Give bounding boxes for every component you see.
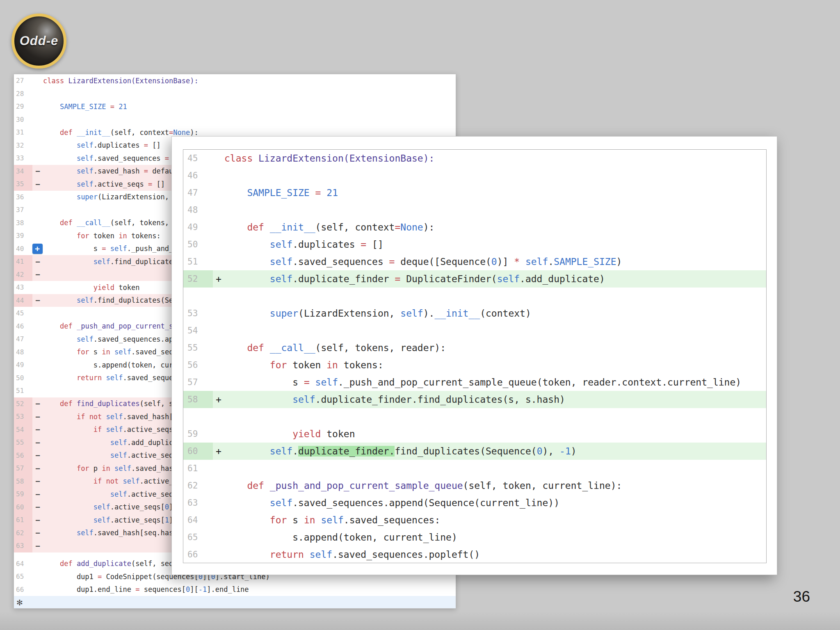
line-number: 35 bbox=[14, 178, 32, 191]
line-number: 54 bbox=[183, 322, 213, 339]
code-line: 55 def __call__(self, tokens, reader): bbox=[183, 339, 766, 356]
code-text: class LizardExtension(ExtensionBase): bbox=[224, 153, 766, 164]
code-line: 66 dup1.end_line = sequences[0][-1].end_… bbox=[14, 583, 456, 596]
line-number: 50 bbox=[14, 372, 32, 385]
code-text: return self.saved_sequences.popleft() bbox=[224, 549, 766, 560]
stage-hunk-button[interactable]: + bbox=[32, 244, 43, 254]
code-text: self.duplicate_finder.find_duplicates(Se… bbox=[224, 446, 766, 457]
code-line: 30 bbox=[14, 113, 456, 126]
code-text: dup1.end_line = sequences[0][-1].end_lin… bbox=[43, 585, 456, 593]
line-number: 27 bbox=[14, 74, 32, 87]
line-number: 63 bbox=[183, 494, 213, 511]
code-text: s = self._push_and_pop_current_sample_qu… bbox=[224, 377, 766, 388]
code-text: self.saved_sequences.append(Sequence(cur… bbox=[224, 498, 766, 508]
code-line: 50 self.duplicates = [] bbox=[183, 236, 766, 253]
code-line: 53 super(LizardExtension, self).__init__… bbox=[183, 305, 766, 322]
code-text: yield token bbox=[224, 429, 766, 439]
code-line: 63 self.saved_sequences.append(Sequence(… bbox=[183, 494, 766, 511]
line-number: 39 bbox=[14, 229, 32, 242]
diff-marker: – bbox=[32, 503, 43, 511]
line-number: 51 bbox=[183, 253, 213, 270]
line-number: 66 bbox=[183, 546, 213, 563]
code-text: super(LizardExtension, self).__init__(co… bbox=[224, 308, 766, 319]
line-number: 48 bbox=[183, 201, 213, 219]
line-number: 51 bbox=[14, 384, 32, 397]
code-lines-front: 45class LizardExtension(ExtensionBase):4… bbox=[183, 150, 766, 563]
line-number: 64 bbox=[183, 511, 213, 529]
code-text: s.append(token, current_line) bbox=[224, 532, 766, 543]
line-number: 49 bbox=[183, 219, 213, 236]
line-number: 61 bbox=[183, 460, 213, 477]
slide: Odd-e 27class LizardExtension(ExtensionB… bbox=[0, 0, 840, 630]
odd-e-logo: Odd-e bbox=[11, 14, 66, 68]
code-line: 49 def __init__(self, context=None): bbox=[183, 219, 766, 236]
code-text: def __init__(self, context=None): bbox=[224, 222, 766, 233]
line-number: 29 bbox=[14, 100, 32, 113]
code-text: class LizardExtension(ExtensionBase): bbox=[43, 77, 456, 85]
code-line: 65 s.append(token, current_line) bbox=[183, 529, 766, 546]
line-number: 57 bbox=[183, 374, 213, 391]
code-line: 51 self.saved_sequences = deque([Sequenc… bbox=[183, 253, 766, 270]
logo-text: Odd-e bbox=[20, 34, 59, 48]
line-number: 42 bbox=[14, 268, 32, 281]
diff-marker: – bbox=[32, 451, 43, 459]
code-text: SAMPLE_SIZE = 21 bbox=[43, 103, 456, 111]
code-line: 59 yield token bbox=[183, 425, 766, 443]
code-text: SAMPLE_SIZE = 21 bbox=[224, 187, 766, 198]
line-number: 64 bbox=[14, 557, 32, 571]
line-number: 32 bbox=[14, 139, 32, 152]
code-text: self.duplicate_finder = DuplicateFinder(… bbox=[224, 274, 766, 284]
line-number: 62 bbox=[14, 527, 32, 540]
line-number: 56 bbox=[14, 449, 32, 462]
line-number: 59 bbox=[14, 488, 32, 501]
line-number: 44 bbox=[14, 294, 32, 307]
line-number: 66 bbox=[14, 583, 32, 596]
code-text: self.duplicates = [] bbox=[224, 239, 766, 250]
gear-icon[interactable]: ✻ bbox=[17, 598, 23, 607]
line-number: 55 bbox=[183, 339, 213, 356]
line-number: 56 bbox=[183, 356, 213, 374]
line-number: 59 bbox=[183, 425, 213, 443]
diff-marker: – bbox=[32, 477, 43, 485]
line-number: 61 bbox=[14, 514, 32, 527]
line-number: 53 bbox=[14, 410, 32, 423]
line-number: 45 bbox=[183, 150, 213, 167]
line-number: 47 bbox=[14, 333, 32, 346]
diff-marker: – bbox=[32, 180, 43, 188]
line-number: 65 bbox=[183, 529, 213, 546]
line-number: 47 bbox=[183, 184, 213, 201]
diff-marker: – bbox=[32, 399, 43, 408]
diff-marker: – bbox=[32, 542, 43, 550]
diff-marker: – bbox=[32, 270, 43, 278]
line-number: 50 bbox=[183, 236, 213, 253]
line-number: 49 bbox=[14, 358, 32, 372]
line-number: 60 bbox=[14, 501, 32, 514]
code-line: 60+ self.duplicate_finder.find_duplicate… bbox=[183, 443, 766, 460]
line-number: 62 bbox=[183, 477, 213, 494]
line-number: 57 bbox=[14, 462, 32, 475]
line-number: 34 bbox=[14, 165, 32, 178]
code-line: 45class LizardExtension(ExtensionBase): bbox=[183, 150, 766, 167]
line-number: 36 bbox=[14, 191, 32, 204]
code-line: 61 bbox=[183, 460, 766, 477]
code-line: 54 bbox=[183, 322, 766, 339]
code-text: self.saved_sequences = deque([Sequence(0… bbox=[224, 256, 766, 267]
line-number: 38 bbox=[14, 217, 32, 230]
code-line: 66 return self.saved_sequences.popleft() bbox=[183, 546, 766, 563]
code-line: 64 for s in self.saved_sequences: bbox=[183, 511, 766, 529]
diff-marker: + bbox=[213, 274, 224, 284]
line-number: 33 bbox=[14, 152, 32, 165]
line-number: 53 bbox=[183, 305, 213, 322]
line-number: 43 bbox=[14, 281, 32, 294]
code-text: self.duplicate_finder.find_duplicates(s,… bbox=[224, 394, 766, 405]
code-text: for s in self.saved_sequences: bbox=[224, 515, 766, 525]
line-number: 52 bbox=[183, 270, 213, 288]
line-number: 54 bbox=[14, 423, 32, 436]
diff-marker: – bbox=[32, 490, 43, 498]
line-number: 58 bbox=[14, 475, 32, 488]
code-line: 29 SAMPLE_SIZE = 21 bbox=[14, 100, 456, 113]
diff-marker: – bbox=[32, 167, 43, 175]
line-number: 31 bbox=[14, 126, 32, 139]
code-line: 27class LizardExtension(ExtensionBase): bbox=[14, 74, 456, 87]
code-line: 57 s = self._push_and_pop_current_sample… bbox=[183, 374, 766, 391]
